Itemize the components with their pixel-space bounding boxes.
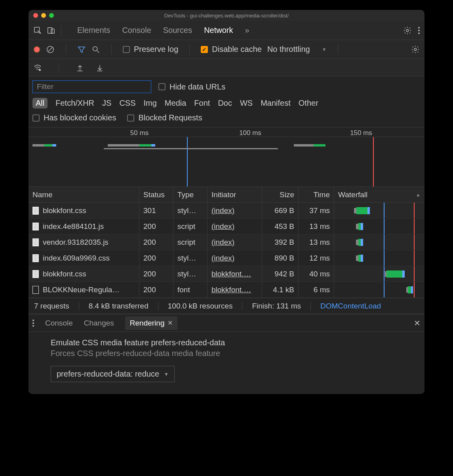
maximize-window-button[interactable] — [49, 13, 54, 18]
table-row[interactable]: index.609a9969.css 200 styl… (index) 890… — [29, 250, 424, 266]
timeline-ruler: 50 ms 100 ms 150 ms — [29, 128, 424, 137]
filter-manifest[interactable]: Manifest — [261, 99, 291, 108]
load-marker — [373, 137, 374, 187]
svg-rect-2 — [51, 29, 54, 33]
clear-icon[interactable] — [46, 45, 55, 54]
status-finish: Finish: 131 ms — [252, 302, 301, 310]
svg-point-6 — [414, 48, 417, 51]
file-icon — [32, 286, 39, 294]
window-title: DevTools - gui-challenges.web.app/media-… — [29, 13, 424, 19]
titlebar[interactable]: DevTools - gui-challenges.web.app/media-… — [29, 10, 424, 21]
blocked-requests-checkbox[interactable]: Blocked Requests — [127, 113, 202, 122]
table-row[interactable]: blokkfont.css 301 styl… (index) 669 B 37… — [29, 203, 424, 219]
download-har-icon[interactable] — [95, 63, 104, 72]
separator — [61, 25, 61, 36]
table-row[interactable]: index.4e884101.js 200 script (index) 453… — [29, 219, 424, 234]
table-row[interactable]: BLOKKNeue-Regula… 200 font blokkfont.… 4… — [29, 282, 424, 298]
filter-media[interactable]: Media — [165, 99, 186, 108]
throttling-select[interactable]: No throttling▼ — [267, 45, 327, 54]
filter-img[interactable]: Img — [144, 99, 157, 108]
disable-cache-checkbox[interactable]: Disable cache — [201, 45, 262, 54]
overview-timeline[interactable]: 50 ms 100 ms 150 ms — [29, 128, 424, 187]
resource-type-filters: All Fetch/XHR JS CSS Img Media Font Doc … — [32, 98, 421, 109]
kebab-menu-icon[interactable] — [418, 27, 420, 34]
drawer-menu-icon[interactable] — [32, 320, 34, 327]
close-window-button[interactable] — [33, 13, 38, 18]
inspect-element-icon[interactable] — [33, 26, 42, 35]
drawer-tab-rendering[interactable]: Rendering✕ — [125, 316, 178, 330]
table-row[interactable]: vendor.93182035.js 200 script (index) 39… — [29, 234, 424, 250]
search-icon[interactable] — [91, 45, 100, 54]
filter-icon[interactable] — [77, 45, 86, 54]
filter-input[interactable] — [32, 80, 151, 93]
col-name[interactable]: Name — [29, 187, 139, 202]
emulate-title: Emulate CSS media feature prefers-reduce… — [51, 338, 417, 347]
separator — [338, 44, 338, 55]
initiator-link[interactable]: blokkfont.… — [211, 270, 251, 278]
network-toolbar: Preserve log Disable cache No throttling… — [29, 40, 424, 59]
status-requests: 7 requests — [34, 302, 69, 310]
filter-js[interactable]: JS — [102, 99, 111, 108]
close-drawer-icon[interactable]: ✕ — [414, 318, 421, 328]
status-transferred: 8.4 kB transferred — [89, 302, 148, 310]
initiator-link[interactable]: (index) — [211, 222, 234, 231]
file-icon — [32, 254, 39, 262]
tab-console[interactable]: Console — [122, 26, 151, 35]
chevron-down-icon: ▼ — [164, 371, 169, 377]
svg-point-3 — [406, 29, 409, 32]
gear-icon[interactable] — [403, 26, 412, 35]
drawer-tabs: Console Changes Rendering✕ ✕ — [29, 314, 424, 332]
drawer-tab-console[interactable]: Console — [45, 319, 73, 327]
device-toolbar-icon[interactable] — [47, 26, 55, 35]
file-icon — [32, 207, 39, 215]
col-size[interactable]: Size — [262, 187, 299, 202]
preserve-log-label: Preserve log — [134, 45, 178, 54]
drawer-tab-changes[interactable]: Changes — [84, 319, 114, 327]
filter-fetchxhr[interactable]: Fetch/XHR — [55, 99, 94, 108]
col-initiator[interactable]: Initiator — [207, 187, 262, 202]
col-status[interactable]: Status — [139, 187, 173, 202]
col-time[interactable]: Time — [299, 187, 334, 202]
emulate-subtitle: Forces CSS prefers-reduced-data media fe… — [51, 349, 417, 358]
main-toolbar: Elements Console Sources Network » — [29, 21, 424, 40]
close-tab-icon[interactable]: ✕ — [167, 319, 173, 327]
filter-css[interactable]: CSS — [119, 99, 135, 108]
svg-point-7 — [39, 69, 41, 70]
network-settings-gear-icon[interactable] — [411, 45, 420, 54]
table-row[interactable]: blokkfont.css 200 styl… blokkfont.… 942 … — [29, 266, 424, 282]
panel-tabs: Elements Console Sources Network » — [77, 26, 249, 35]
separator — [59, 63, 59, 73]
tab-network[interactable]: Network — [204, 26, 233, 35]
tabs-overflow-button[interactable]: » — [245, 26, 249, 35]
minimize-window-button[interactable] — [41, 13, 46, 18]
initiator-link[interactable]: (index) — [211, 254, 234, 263]
tab-elements[interactable]: Elements — [77, 26, 110, 35]
svg-point-5 — [93, 46, 97, 51]
file-icon — [32, 238, 39, 246]
filter-doc[interactable]: Doc — [218, 99, 232, 108]
preserve-log-checkbox[interactable]: Preserve log — [123, 45, 178, 54]
record-button[interactable] — [33, 46, 40, 53]
has-blocked-cookies-checkbox[interactable]: Has blocked cookies — [32, 113, 116, 122]
drawer: Console Changes Rendering✕ ✕ Emulate CSS… — [29, 314, 424, 394]
filter-ws[interactable]: WS — [240, 99, 253, 108]
dcl-marker — [187, 137, 188, 187]
tab-sources[interactable]: Sources — [163, 26, 192, 35]
initiator-link[interactable]: (index) — [211, 238, 234, 247]
initiator-link[interactable]: blokkfont.… — [211, 286, 251, 294]
filter-other[interactable]: Other — [299, 99, 318, 108]
upload-har-icon[interactable] — [76, 63, 84, 72]
col-waterfall[interactable]: Waterfall▲ — [334, 187, 424, 202]
filter-all[interactable]: All — [32, 98, 48, 109]
table-header: Name Status Type Initiator Size Time Wat… — [29, 187, 424, 203]
network-conditions-icon[interactable] — [33, 63, 42, 72]
initiator-link[interactable]: (index) — [211, 206, 234, 215]
prefers-reduced-data-select[interactable]: prefers-reduced-data: reduce ▼ — [51, 366, 175, 382]
network-subtoolbar — [29, 59, 424, 76]
filter-font[interactable]: Font — [194, 99, 210, 108]
separator — [66, 44, 66, 55]
col-type[interactable]: Type — [173, 187, 207, 202]
hide-data-urls-checkbox[interactable]: Hide data URLs — [158, 82, 225, 91]
status-bar: 7 requests 8.4 kB transferred 100.0 kB r… — [29, 298, 424, 314]
traffic-lights — [33, 13, 54, 18]
